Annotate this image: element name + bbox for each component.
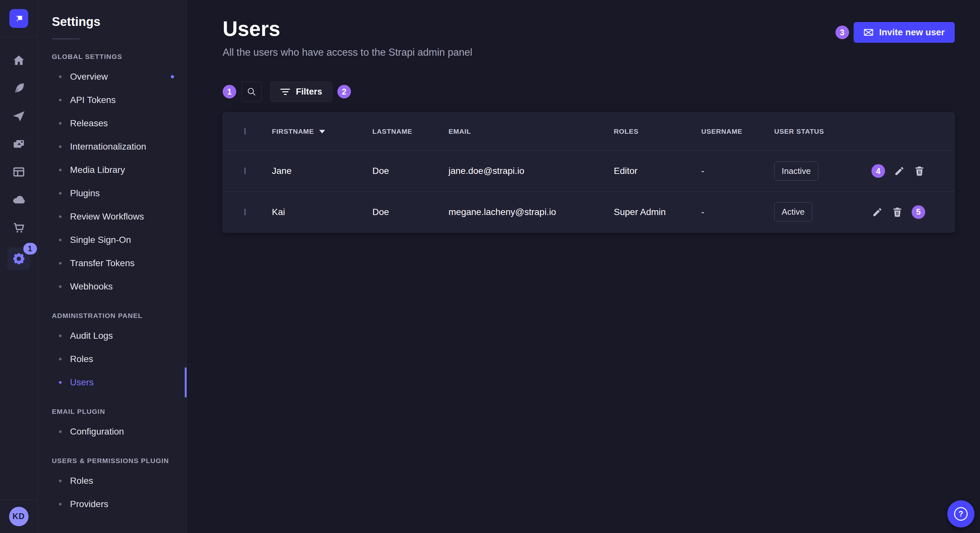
edit-button[interactable]	[894, 165, 905, 177]
cell-username: -	[701, 166, 774, 176]
sidebar-item-providers[interactable]: Providers	[38, 493, 186, 516]
sort-caret-icon	[319, 130, 325, 133]
filter-icon	[280, 89, 290, 95]
sidebar-item-plugins[interactable]: Plugins	[38, 182, 186, 205]
bullet-icon	[59, 335, 62, 337]
bullet-icon	[59, 285, 62, 288]
sidebar-item-label: API Tokens	[70, 95, 116, 105]
sidebar-item-internationalization[interactable]: Internationalization	[38, 135, 186, 159]
sidebar-item-label: Internationalization	[70, 141, 146, 152]
subnav-title: Settings	[52, 15, 186, 29]
sidebar-item-label: Review Workflows	[70, 211, 144, 222]
search-icon	[246, 86, 257, 97]
cell-lastname: Doe	[372, 207, 449, 217]
sidebar-item-api-tokens[interactable]: API Tokens	[38, 89, 186, 112]
annotation-badge-3: 3	[835, 25, 849, 39]
strapi-logo[interactable]	[10, 9, 28, 28]
column-header-lastname: LASTNAME	[372, 128, 449, 135]
feather-icon[interactable]	[11, 81, 26, 96]
layout-icon[interactable]	[11, 165, 26, 179]
row-actions: 4	[872, 164, 925, 178]
media-icon[interactable]	[11, 136, 26, 152]
cloud-icon[interactable]	[11, 192, 26, 207]
main-nav-rail: 1 KD	[0, 0, 38, 533]
bullet-icon	[59, 239, 62, 241]
sidebar-item-media-library[interactable]: Media Library	[38, 159, 186, 182]
annotation-badge-5: 5	[912, 205, 925, 219]
paper-plane-icon[interactable]	[11, 109, 26, 124]
sidebar-item-label: Webhooks	[70, 281, 113, 292]
sidebar-item-configuration[interactable]: Configuration	[38, 420, 186, 443]
section-label-email-plugin: EMAIL PLUGIN	[52, 408, 186, 416]
title-block: Users All the users who have access to t…	[223, 17, 472, 58]
section-label-administration-panel: ADMINISTRATION PANEL	[52, 312, 186, 320]
annotation-badge-1: 1	[223, 85, 236, 98]
sidebar-item-label: Users	[70, 377, 94, 388]
sidebar-item-releases[interactable]: Releases	[38, 112, 186, 135]
subnav-divider	[52, 38, 80, 39]
envelope-icon	[864, 29, 873, 36]
sidebar-item-label: Audit Logs	[70, 331, 113, 341]
sidebar-item-settings[interactable]: 1	[7, 247, 30, 270]
sidebar-item-audit-logs[interactable]: Audit Logs	[38, 324, 186, 347]
delete-button[interactable]	[913, 165, 925, 177]
pencil-icon	[894, 165, 905, 177]
sidebar-item-overview[interactable]: Overview	[38, 65, 186, 89]
sidebar-item-single-sign-on[interactable]: Single Sign-On	[38, 228, 186, 252]
sidebar-item-up-roles[interactable]: Roles	[38, 469, 186, 493]
cell-roles: Editor	[614, 166, 701, 176]
overview-notification-dot	[171, 75, 174, 78]
bullet-icon	[59, 215, 62, 218]
settings-subnav: Settings GLOBAL SETTINGS Overview API To…	[38, 0, 187, 533]
column-header-label: FIRSTNAME	[272, 128, 314, 135]
table-row: Jane Doe jane.doe@strapi.io Editor - Ina…	[223, 151, 955, 191]
cell-user-status: Inactive	[774, 162, 872, 181]
select-all-checkbox[interactable]	[244, 128, 246, 135]
filters-button-label: Filters	[296, 87, 322, 97]
main-content: Users All the users who have access to t…	[187, 0, 980, 533]
gear-icon	[12, 252, 26, 266]
edit-button[interactable]	[872, 206, 883, 218]
sidebar-item-label: Providers	[70, 499, 108, 509]
cell-username: -	[701, 207, 774, 217]
column-header-username: USERNAME	[701, 128, 774, 135]
table-row: Kai Doe megane.lacheny@strapi.io Super A…	[223, 191, 955, 232]
avatar[interactable]: KD	[9, 507, 29, 526]
sidebar-item-transfer-tokens[interactable]: Transfer Tokens	[38, 252, 186, 275]
row-checkbox[interactable]	[244, 167, 246, 174]
sidebar-item-users[interactable]: Users	[38, 371, 186, 394]
rail-footer: KD	[0, 499, 37, 533]
row-checkbox[interactable]	[244, 209, 246, 215]
help-button[interactable]: ?	[947, 500, 975, 528]
bullet-icon	[59, 145, 62, 148]
home-icon[interactable]	[11, 53, 26, 68]
cell-roles: Super Admin	[614, 207, 701, 217]
bullet-icon	[59, 192, 62, 195]
strapi-logo-icon	[13, 13, 24, 24]
sidebar-item-review-workflows[interactable]: Review Workflows	[38, 205, 186, 228]
status-badge: Active	[774, 202, 812, 222]
page-header: Users All the users who have access to t…	[223, 0, 955, 58]
search-button[interactable]	[242, 82, 261, 102]
strapi-admin-app: 1 KD Settings GLOBAL SETTINGS Overview A…	[0, 0, 980, 533]
filters-button[interactable]: Filters	[270, 82, 332, 102]
sidebar-item-label: Single Sign-On	[70, 235, 131, 245]
rail-icon-list: 1	[7, 37, 30, 270]
cell-user-status: Active	[774, 202, 872, 222]
invite-new-user-button[interactable]: Invite new user	[854, 22, 955, 43]
cell-firstname: Kai	[272, 207, 372, 217]
column-header-roles: ROLES	[614, 128, 701, 135]
page-subtitle: All the users who have access to the Str…	[223, 47, 472, 58]
bullet-icon	[59, 381, 62, 384]
section-label-global-settings: GLOBAL SETTINGS	[52, 53, 186, 60]
sidebar-item-webhooks[interactable]: Webhooks	[38, 275, 186, 298]
row-select-cell	[244, 209, 272, 215]
column-header-firstname[interactable]: FIRSTNAME	[272, 128, 372, 135]
delete-button[interactable]	[891, 206, 903, 218]
row-select-cell	[244, 168, 272, 174]
sidebar-item-label: Roles	[70, 476, 93, 486]
bullet-icon	[59, 479, 62, 482]
cart-icon[interactable]	[11, 220, 26, 235]
sidebar-item-label: Releases	[70, 118, 108, 128]
sidebar-item-admin-roles[interactable]: Roles	[38, 347, 186, 371]
